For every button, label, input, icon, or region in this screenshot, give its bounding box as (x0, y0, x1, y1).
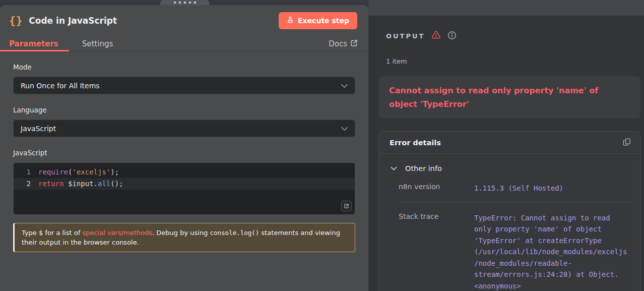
chevron-down-icon (341, 125, 348, 133)
special-vars-link[interactable]: special vars/methods (82, 229, 152, 237)
node-header: {} Code in JavaScript Execute step (0, 5, 368, 29)
error-details-title: Error details (390, 139, 441, 147)
panel-drag-handle[interactable] (160, 0, 209, 5)
hint-text: . Debug by using (152, 229, 210, 237)
docs-link[interactable]: Docs (329, 39, 357, 48)
line-number: 2 (21, 178, 31, 190)
code-node-icon: {} (9, 15, 23, 27)
console-log-code: console.log() (210, 229, 260, 237)
expand-editor-button[interactable] (341, 201, 352, 211)
mode-select[interactable]: Run Once for All Items (13, 77, 355, 94)
code-text: require('exceljs'); (38, 166, 119, 178)
chevron-down-icon (341, 82, 348, 90)
canvas-backdrop-band (368, 0, 644, 16)
node-title: Code in JavaScript (29, 16, 279, 26)
n8n-version-row: n8n version 1.115.3 (Self Hosted) (399, 173, 632, 194)
editor-hint-callout: Type $ for a list of special vars/method… (13, 223, 355, 252)
line-number: 1 (21, 166, 31, 178)
other-info-label: Other info (405, 164, 442, 172)
items-count: 1 item (379, 57, 640, 65)
tab-settings[interactable]: Settings (82, 39, 113, 48)
node-settings-panel: {} Code in JavaScript Execute step Param… (0, 5, 368, 291)
flask-icon (287, 16, 294, 25)
mode-value: Run Once for All Items (21, 82, 341, 90)
code-line-active: 2 return $input.all(); (14, 178, 355, 190)
error-message-banner: Cannot assign to read only property 'nam… (379, 76, 640, 119)
execute-step-label: Execute step (298, 17, 349, 25)
docs-label: Docs (329, 39, 347, 48)
output-info-button[interactable] (447, 31, 457, 41)
output-title: OUTPUT (386, 32, 425, 40)
chevron-down-icon (391, 163, 397, 173)
language-value: JavaScript (21, 125, 341, 133)
open-fullscreen-icon (344, 202, 349, 210)
active-tab-underline (0, 50, 69, 51)
n8n-version-label: n8n version (399, 183, 474, 194)
language-select[interactable]: JavaScript (13, 120, 355, 137)
info-circle-icon (447, 31, 457, 41)
language-label: Language (13, 106, 355, 114)
tab-parameters[interactable]: Parameters (9, 39, 58, 48)
n8n-version-value: 1.115.3 (Self Hosted) (474, 183, 629, 194)
error-detail-rows: n8n version 1.115.3 (Self Hosted) Stack … (399, 173, 632, 291)
external-link-icon (351, 39, 357, 48)
copy-error-button[interactable] (623, 138, 631, 148)
code-field-label: JavaScript (13, 149, 355, 157)
code-editor[interactable]: 1 require('exceljs'); 2 return $input.al… (13, 162, 355, 215)
error-message-text: Cannot assign to read only property 'nam… (389, 86, 598, 109)
execute-step-button[interactable]: Execute step (279, 12, 357, 29)
parameters-form: Mode Run Once for All Items Language Jav… (0, 63, 368, 252)
code-line: 1 require('exceljs'); (14, 166, 355, 178)
copy-icon (623, 138, 631, 148)
mode-label: Mode (13, 63, 355, 71)
tab-bar: Parameters Settings Docs (0, 36, 368, 51)
output-header: OUTPUT (379, 30, 640, 41)
hint-text: Type $ for a list of (22, 229, 82, 237)
stack-trace-row: Stack trace TypeError: Cannot assign to … (399, 203, 632, 291)
stack-trace-label: Stack trace (399, 212, 474, 291)
error-details-header: Error details (379, 132, 640, 154)
other-info-toggle[interactable]: Other info (379, 154, 640, 173)
error-details-card: Error details Other info n8n version 1.1… (379, 131, 640, 291)
output-panel: OUTPUT 1 item Cannot assign to read only… (375, 16, 644, 291)
warning-triangle-icon (431, 30, 441, 41)
stack-trace-value: TypeError: Cannot assign to read only pr… (474, 212, 629, 291)
code-text: return $input.all(); (38, 178, 123, 190)
